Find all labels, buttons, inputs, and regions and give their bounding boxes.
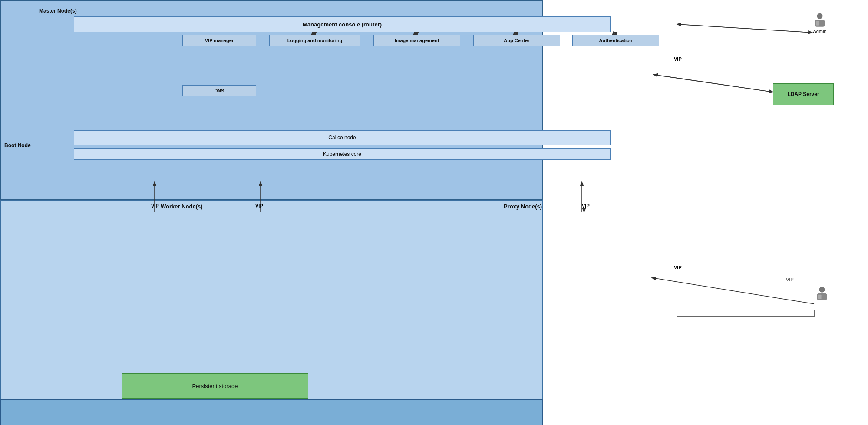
master-frame-1 <box>0 399 543 425</box>
persistent-storage: Persistent storage <box>122 373 308 399</box>
authentication-section: Authentication <box>572 35 659 46</box>
vip-right-top: VIP <box>674 56 682 62</box>
svg-line-14 <box>677 24 812 33</box>
ldap-server: LDAP Server <box>773 83 834 105</box>
image-management-section: Image management <box>373 35 460 46</box>
svg-rect-2 <box>816 21 819 26</box>
app-center-section: App Center <box>473 35 560 46</box>
svg-line-15 <box>677 24 812 33</box>
svg-line-17 <box>654 75 773 92</box>
svg-line-22 <box>652 278 814 304</box>
svg-point-0 <box>817 13 823 19</box>
user-person <box>814 287 830 302</box>
boot-node-label: Boot Node <box>4 142 31 148</box>
dns-section: DNS <box>182 85 256 96</box>
vip-proxy: VIP <box>582 203 590 208</box>
svg-rect-5 <box>818 295 821 299</box>
kubernetes-core: Kubernetes core <box>74 148 611 160</box>
worker-nodes-label: Worker Node(s) <box>161 203 203 210</box>
logging-monitoring-section: Logging and monitoring <box>269 35 360 46</box>
vip-worker1: VIP <box>151 203 159 208</box>
calico-node-master: Calico node <box>74 130 611 145</box>
proxy-nodes-label: Proxy Node(s) <box>504 203 542 210</box>
vip-right-bottom: VIP <box>674 265 682 270</box>
management-console: Management console (router) <box>74 16 611 32</box>
admin-label: Admin <box>813 29 826 34</box>
svg-text:VIP: VIP <box>786 277 794 282</box>
vip-worker2: VIP <box>255 203 263 208</box>
admin-person: Admin <box>812 13 828 34</box>
master-frame-2 <box>0 200 543 399</box>
svg-point-3 <box>819 287 825 293</box>
diagram: Master Node(s) Management console (route… <box>0 0 868 425</box>
svg-line-16 <box>654 75 773 92</box>
master-node-label: Master Node(s) <box>39 8 77 14</box>
vip-manager-section: VIP manager <box>182 35 256 46</box>
